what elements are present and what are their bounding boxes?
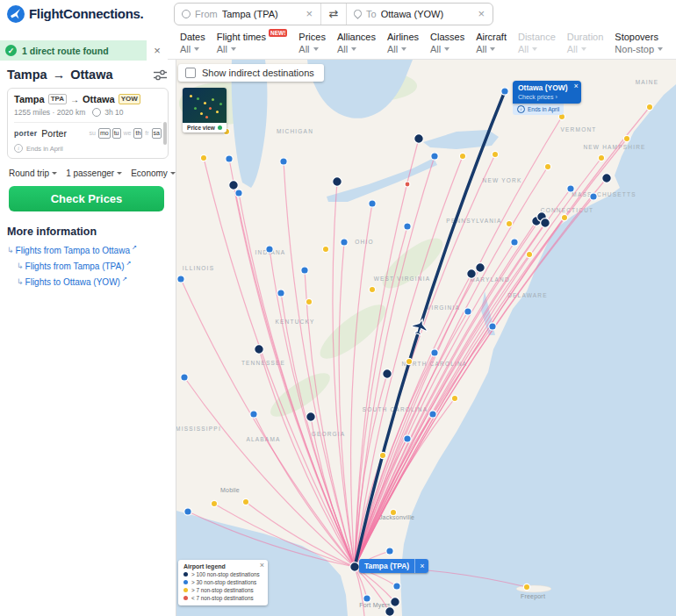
airport-marker[interactable] [226, 155, 233, 162]
airport-marker[interactable] [451, 395, 457, 401]
airport-marker[interactable] [184, 508, 191, 515]
airport-marker[interactable] [561, 214, 567, 220]
airport-marker[interactable] [211, 500, 217, 506]
airport-marker[interactable] [598, 154, 604, 161]
price-view-toggle[interactable]: Price view [183, 88, 227, 133]
airport-marker[interactable] [386, 548, 393, 555]
airport-marker[interactable] [429, 411, 436, 418]
legend-close-button[interactable]: × [260, 562, 264, 569]
airport-marker[interactable] [341, 239, 348, 246]
airport-marker[interactable] [459, 153, 465, 159]
filter-prices[interactable]: PricesAll [298, 32, 326, 54]
airport-marker[interactable] [523, 584, 529, 590]
airport-marker[interactable] [181, 374, 188, 381]
airport-marker[interactable] [250, 411, 257, 418]
airport-marker[interactable] [322, 246, 328, 252]
trip-option-0[interactable]: Round trip [9, 168, 57, 178]
airport-marker[interactable] [464, 308, 471, 315]
airport-marker[interactable] [391, 598, 400, 607]
destination-popup-check-prices[interactable]: Check prices › [518, 94, 568, 100]
airport-marker[interactable] [526, 251, 532, 257]
airport-marker[interactable] [306, 298, 312, 304]
filter-dates[interactable]: DatesAll [180, 32, 205, 54]
airport-marker[interactable] [431, 153, 438, 160]
airport-marker[interactable] [385, 607, 395, 616]
airport-marker[interactable] [393, 583, 400, 590]
airport-marker[interactable] [390, 509, 396, 515]
airport-marker[interactable] [383, 369, 392, 379]
route-filters-button[interactable] [154, 69, 167, 81]
trip-option-2[interactable]: Economy [131, 168, 176, 178]
map-canvas[interactable]: MICHIGANMAINEVERMONTNEW HAMPSHIREMASSACH… [176, 60, 676, 616]
airport-marker[interactable] [405, 182, 410, 187]
more-info-link-2[interactable]: ↳Flights to Ottawa (YOW)↗ [17, 277, 169, 287]
airport-marker[interactable] [406, 358, 412, 364]
airport-marker[interactable] [200, 154, 206, 161]
airport-marker[interactable] [544, 163, 550, 169]
airport-marker[interactable] [333, 177, 342, 187]
show-indirect-checkbox[interactable] [185, 68, 196, 78]
airport-marker[interactable] [567, 185, 574, 192]
airport-marker[interactable] [363, 595, 370, 602]
swap-button[interactable]: ⇄ [320, 4, 347, 25]
toast-close-button[interactable]: × [147, 40, 168, 61]
airport-marker[interactable] [602, 174, 612, 183]
airport-marker[interactable] [242, 498, 248, 505]
origin-map-label[interactable]: Tampa (TPA) × [359, 559, 428, 573]
logo[interactable]: FlightConnections. [7, 5, 174, 23]
airport-marker[interactable] [489, 323, 496, 330]
external-link-icon: ↗ [122, 276, 127, 283]
airport-marker[interactable] [266, 246, 273, 253]
airport-marker[interactable] [492, 151, 498, 157]
airport-marker[interactable] [350, 562, 360, 572]
from-field[interactable]: From Tampa (TPA) × [175, 4, 320, 25]
scrollbar-thumb[interactable] [163, 122, 167, 145]
filter-distance: DistanceAll [518, 32, 556, 54]
clear-to-button[interactable]: × [477, 7, 485, 20]
airport-marker[interactable] [229, 181, 239, 190]
airport-marker[interactable] [646, 104, 652, 110]
airport-marker[interactable] [467, 269, 477, 279]
airport-marker[interactable] [177, 276, 184, 283]
airport-marker[interactable] [379, 452, 385, 458]
airport-marker[interactable] [431, 349, 438, 356]
filter-airlines[interactable]: AirlinesAll [387, 32, 419, 54]
more-info-link-1[interactable]: ↳Flights from Tampa (TPA)↗ [17, 261, 169, 271]
airport-marker[interactable] [404, 223, 411, 230]
airport-marker[interactable] [511, 239, 518, 246]
filter-flight-times[interactable]: Flight timesNEW!All [217, 32, 288, 54]
filter-aircraft[interactable]: AircraftAll [476, 32, 507, 54]
airline-row[interactable]: porter Porter sumotuwethfrsa [14, 128, 162, 139]
airport-marker[interactable] [541, 218, 550, 228]
airport-marker[interactable] [369, 286, 375, 292]
airport-marker[interactable] [277, 290, 284, 297]
to-field[interactable]: To Ottawa (YOW) × [347, 4, 493, 25]
airport-marker[interactable] [306, 412, 316, 422]
airport-marker[interactable] [235, 190, 242, 197]
airport-marker[interactable] [255, 345, 264, 355]
airport-marker[interactable] [301, 267, 308, 274]
filter-alliances[interactable]: AlliancesAll [337, 32, 376, 54]
origin-label-close-button[interactable]: × [414, 559, 428, 573]
airport-marker[interactable] [506, 220, 512, 226]
airport-marker[interactable] [501, 88, 508, 95]
airport-marker[interactable] [280, 158, 287, 165]
airport-marker[interactable] [590, 193, 597, 200]
airport-marker[interactable] [414, 134, 424, 144]
more-info-link-0[interactable]: ↳Flights from Tampa to Ottawa↗ [7, 246, 169, 255]
route-card[interactable]: Tampa TPA → Ottawa YOW 1255 miles · 2020… [7, 88, 169, 159]
clear-from-button[interactable]: × [305, 7, 313, 20]
map[interactable]: MICHIGANMAINEVERMONTNEW HAMPSHIREMASSACH… [176, 60, 676, 616]
show-indirect-control[interactable]: Show indirect destinations [178, 64, 324, 82]
filter-stopovers[interactable]: StopoversNon-stop [615, 32, 663, 54]
airport-marker[interactable] [623, 135, 629, 141]
airport-marker[interactable] [369, 200, 376, 207]
airport-marker[interactable] [476, 263, 485, 273]
search-bar: From Tampa (TPA) × ⇄ To Ottawa (YOW) × [174, 3, 493, 25]
airport-marker[interactable] [404, 435, 411, 442]
check-prices-button[interactable]: Check Prices [9, 186, 164, 211]
show-indirect-label: Show indirect destinations [202, 68, 314, 78]
filter-classes[interactable]: ClassesAll [430, 32, 464, 54]
destination-popup-close-button[interactable]: × [573, 82, 578, 90]
trip-option-1[interactable]: 1 passenger [66, 168, 122, 178]
